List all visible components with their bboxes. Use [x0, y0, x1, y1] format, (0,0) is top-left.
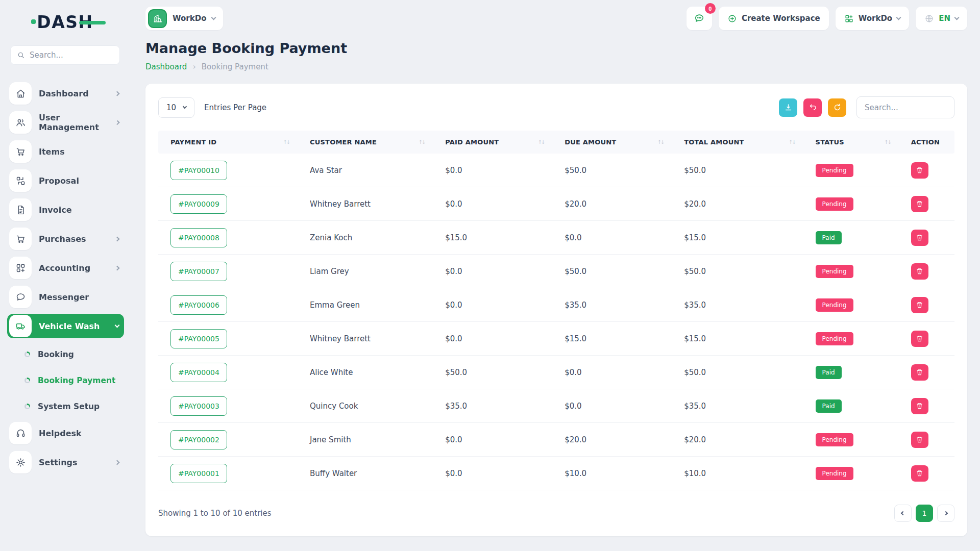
total-amount-cell: $50.0 — [672, 368, 803, 377]
delete-button[interactable] — [911, 230, 928, 246]
delete-button[interactable] — [911, 297, 928, 313]
payment-id-button[interactable]: #PAY00003 — [170, 396, 227, 416]
sidebar-item-accounting[interactable]: Accounting — [7, 256, 124, 280]
sidebar-item-helpdesk[interactable]: Helpdesk — [7, 421, 124, 445]
chevron-right-icon — [115, 236, 120, 241]
payment-id-button[interactable]: #PAY00007 — [170, 262, 227, 281]
sort-icon[interactable]: ↑↓ — [418, 139, 425, 145]
chat-bubble-icon — [694, 13, 705, 24]
column-header-paid-amount[interactable]: PAID AMOUNT↑↓ — [433, 138, 552, 146]
sidebar-subitem-booking-payment[interactable]: Booking Payment — [7, 369, 124, 392]
cart-icon — [9, 228, 32, 250]
proposal-icon — [9, 169, 32, 192]
sidebar-subitem-booking[interactable]: Booking — [7, 343, 124, 366]
payment-id-button[interactable]: #PAY00008 — [170, 228, 227, 247]
pagination-prev-button[interactable] — [894, 505, 912, 522]
delete-button[interactable] — [911, 465, 928, 482]
due-amount-cell: $0.0 — [552, 402, 672, 411]
refresh-button[interactable] — [828, 98, 846, 117]
pagination-next-button[interactable] — [937, 505, 954, 522]
sidebar-item-items[interactable]: Items — [7, 139, 124, 164]
total-amount-cell: $50.0 — [672, 267, 803, 276]
delete-button[interactable] — [911, 432, 928, 448]
column-header-status[interactable]: STATUS↑↓ — [803, 138, 899, 146]
sidebar-item-invoice[interactable]: Invoice — [7, 197, 124, 222]
sidebar-item-proposal[interactable]: Proposal — [7, 168, 124, 193]
sidebar-search-input[interactable] — [30, 51, 113, 60]
breadcrumb-separator-icon: › — [192, 62, 195, 71]
pagination-page-1-button[interactable]: 1 — [916, 505, 933, 522]
customer-name-cell: Alice White — [298, 368, 433, 377]
sidebar-item-label: Settings — [39, 458, 78, 467]
sidebar-item-vehicle-wash[interactable]: Vehicle Wash — [7, 314, 124, 338]
column-header-total-amount[interactable]: TOTAL AMOUNT↑↓ — [672, 138, 803, 146]
sort-icon[interactable]: ↑↓ — [789, 139, 795, 145]
chevron-right-icon — [115, 91, 120, 96]
sidebar-item-messenger[interactable]: Messenger — [7, 285, 124, 309]
language-selector[interactable]: EN — [916, 7, 967, 30]
delete-button[interactable] — [911, 196, 928, 212]
column-header-payment-id[interactable]: PAYMENT ID↑↓ — [158, 138, 298, 146]
sort-icon[interactable]: ↑↓ — [537, 139, 544, 145]
invoice-icon — [9, 198, 32, 221]
payment-id-button[interactable]: #PAY00006 — [170, 295, 227, 315]
column-header-due-amount[interactable]: DUE AMOUNT↑↓ — [552, 138, 672, 146]
paid-amount-cell: $35.0 — [433, 402, 552, 411]
sidebar-subitem-system-setup[interactable]: System Setup — [7, 395, 124, 418]
sort-icon[interactable]: ↑↓ — [884, 139, 891, 145]
create-workspace-button[interactable]: Create Workspace — [719, 7, 829, 30]
sidebar-item-label: User Management — [39, 113, 109, 132]
sidebar-item-purchases[interactable]: Purchases — [7, 227, 124, 251]
paid-amount-cell: $50.0 — [433, 368, 552, 377]
messages-button[interactable]: 0 — [687, 7, 712, 30]
payment-id-button[interactable]: #PAY00004 — [170, 363, 227, 382]
showing-entries-text: Showing 1 to 10 of 10 entries — [158, 509, 272, 518]
sidebar-item-label: Messenger — [39, 292, 89, 302]
delete-button[interactable] — [911, 331, 928, 347]
payment-id-button[interactable]: #PAY00002 — [170, 430, 227, 449]
payment-id-button[interactable]: #PAY00001 — [170, 464, 227, 483]
due-amount-cell: $20.0 — [552, 435, 672, 444]
workdo-menu-button[interactable]: WorkDo — [836, 7, 909, 30]
delete-button[interactable] — [911, 398, 928, 414]
sort-icon[interactable]: ↑↓ — [283, 139, 289, 145]
delete-button[interactable] — [911, 263, 928, 280]
table-row: #PAY00002Jane Smith$0.0$20.0$20.0Pending — [158, 423, 954, 457]
messages-count-badge: 0 — [705, 3, 716, 14]
payment-id-button[interactable]: #PAY00009 — [170, 194, 227, 214]
sidebar-item-label: Accounting — [39, 263, 90, 273]
workspace-selector[interactable]: WorkDo — [145, 7, 223, 30]
reset-undo-button[interactable] — [803, 98, 822, 117]
sort-icon[interactable]: ↑↓ — [657, 139, 664, 145]
trash-icon — [916, 402, 923, 410]
sidebar-item-user-management[interactable]: User Management — [7, 110, 124, 135]
export-download-button[interactable] — [779, 98, 797, 117]
due-amount-cell: $0.0 — [552, 368, 672, 377]
column-header-customer-name[interactable]: CUSTOMER NAME↑↓ — [298, 138, 433, 146]
delete-button[interactable] — [911, 162, 928, 179]
gear-icon — [9, 451, 32, 473]
payment-id-button[interactable]: #PAY00005 — [170, 329, 227, 348]
sidebar-search[interactable] — [10, 45, 120, 65]
delete-button[interactable] — [911, 364, 928, 381]
payment-id-button[interactable]: #PAY00010 — [170, 161, 227, 180]
workspace-avatar building-icon — [148, 9, 167, 28]
column-header-action: ACTION — [899, 138, 954, 146]
trash-icon — [916, 436, 923, 443]
sidebar-item-label: Items — [39, 147, 65, 157]
breadcrumb-dashboard-link[interactable]: Dashboard — [145, 62, 187, 71]
table-search[interactable] — [856, 96, 954, 118]
entries-per-page-select[interactable]: 10 — [158, 97, 194, 118]
sidebar-item-settings[interactable]: Settings — [7, 450, 124, 474]
table-row: #PAY00006Emma Green$0.0$35.0$35.0Pending — [158, 288, 954, 322]
sidebar-item-dashboard[interactable]: Dashboard — [7, 81, 124, 106]
brand-logo: DASH — [0, 0, 130, 37]
chevron-down-icon — [896, 15, 901, 20]
status-badge: Pending — [816, 265, 853, 278]
plus-circle-icon — [727, 14, 737, 23]
table-search-input[interactable] — [865, 103, 946, 112]
status-badge: Pending — [816, 164, 853, 177]
accounting-icon — [9, 257, 32, 279]
sidebar: DASH DashboardUser ManagementItemsPropos… — [0, 0, 130, 551]
customer-name-cell: Buffy Walter — [298, 469, 433, 478]
